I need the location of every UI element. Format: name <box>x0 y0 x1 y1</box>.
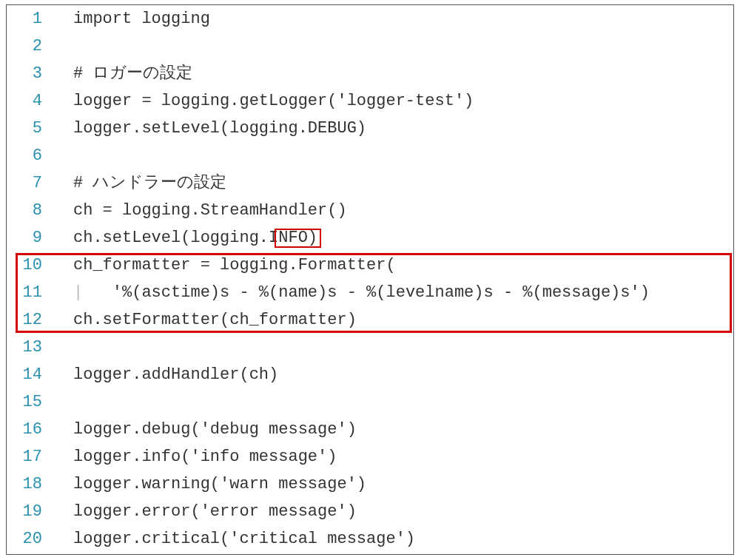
code-line: 9 ch.setLevel(logging.INFO) <box>7 224 733 252</box>
code-block: 1 import logging 2 3 # ロガーの設定 4 logger =… <box>7 5 733 553</box>
line-number: 9 <box>7 224 53 252</box>
code-text: ch = logging.StreamHandler() <box>53 197 733 224</box>
line-number: 13 <box>7 334 53 361</box>
line-number: 8 <box>7 197 53 224</box>
line-number: 6 <box>7 142 53 169</box>
code-text: logger.info('info message') <box>53 443 733 470</box>
line-number: 5 <box>7 115 53 142</box>
code-line: 6 <box>7 142 733 169</box>
line-number: 7 <box>7 169 53 197</box>
code-text: ch_formatter = logging.Formatter( <box>53 252 733 279</box>
line-number: 4 <box>7 87 53 115</box>
line-number: 18 <box>7 470 53 498</box>
code-line: 1 import logging <box>7 5 733 33</box>
code-line: 16 logger.debug('debug message') <box>7 416 733 443</box>
code-line: 15 <box>7 388 733 416</box>
line-number: 20 <box>7 525 53 553</box>
code-line: 19 logger.error('error message') <box>7 498 733 525</box>
code-text: logger.error('error message') <box>53 498 733 525</box>
code-text: logger.setLevel(logging.DEBUG) <box>53 115 733 142</box>
code-line: 7 # ハンドラーの設定 <box>7 169 733 197</box>
code-line: 8 ch = logging.StreamHandler() <box>7 197 733 224</box>
code-text: logger.warning('warn message') <box>53 470 733 498</box>
line-number: 17 <box>7 443 53 470</box>
line-number: 15 <box>7 388 53 416</box>
code-text: import logging <box>53 5 733 33</box>
line-number: 16 <box>7 416 53 443</box>
code-text: logger.addHandler(ch) <box>53 361 733 388</box>
code-line: 18 logger.warning('warn message') <box>7 470 733 498</box>
code-line: 17 logger.info('info message') <box>7 443 733 470</box>
code-line: 12 ch.setFormatter(ch_formatter) <box>7 306 733 334</box>
code-text: ch.setFormatter(ch_formatter) <box>53 306 733 334</box>
line-number: 2 <box>7 33 53 60</box>
code-text: logger.debug('debug message') <box>53 416 733 443</box>
code-line: 5 logger.setLevel(logging.DEBUG) <box>7 115 733 142</box>
code-line: 11 | '%(asctime)s - %(name)s - %(levelna… <box>7 279 733 306</box>
line-number: 3 <box>7 60 53 87</box>
line-number: 14 <box>7 361 53 388</box>
line-number: 11 <box>7 279 53 306</box>
line-number: 19 <box>7 498 53 525</box>
line-number: 1 <box>7 5 53 33</box>
code-line: 3 # ロガーの設定 <box>7 60 733 87</box>
code-text: logger = logging.getLogger('logger-test'… <box>53 87 733 115</box>
line-number: 12 <box>7 306 53 334</box>
code-editor-frame: 1 import logging 2 3 # ロガーの設定 4 logger =… <box>6 4 734 555</box>
code-text: ch.setLevel(logging.INFO) <box>53 224 733 252</box>
code-line: 13 <box>7 334 733 361</box>
code-line: 2 <box>7 33 733 60</box>
code-text: | '%(asctime)s - %(name)s - %(levelname)… <box>53 279 733 306</box>
code-line: 4 logger = logging.getLogger('logger-tes… <box>7 87 733 115</box>
code-line: 10 ch_formatter = logging.Formatter( <box>7 252 733 279</box>
code-line: 20 logger.critical('critical message') <box>7 525 733 553</box>
code-text: # ロガーの設定 <box>53 60 733 87</box>
line-number: 10 <box>7 252 53 279</box>
code-text: # ハンドラーの設定 <box>53 169 733 197</box>
code-line: 14 logger.addHandler(ch) <box>7 361 733 388</box>
code-text: logger.critical('critical message') <box>53 525 733 553</box>
